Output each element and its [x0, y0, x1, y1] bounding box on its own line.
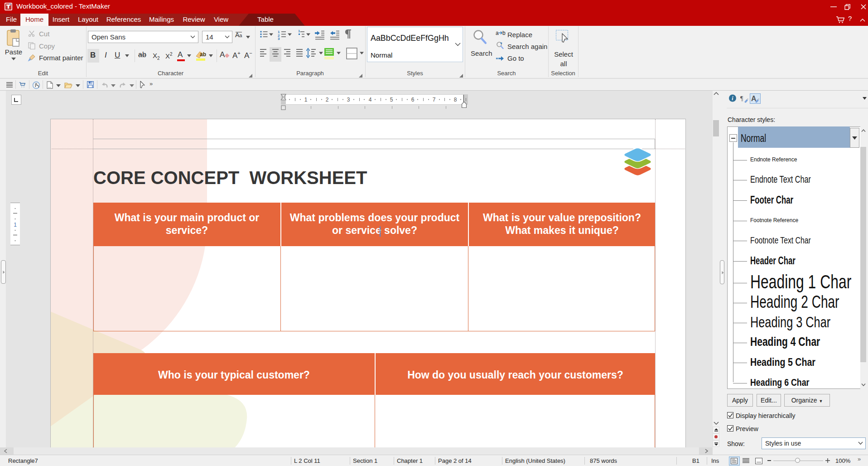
svg-text:8: 8 [454, 97, 457, 103]
svg-text:4: 4 [369, 97, 372, 103]
svg-text:1: 1 [298, 29, 300, 33]
svg-text:1: 1 [304, 97, 308, 103]
svg-text:¶: ¶ [740, 95, 743, 102]
svg-text:ab: ab [200, 51, 206, 58]
svg-text:5: 5 [390, 97, 393, 103]
svg-text:b: b [502, 30, 506, 36]
svg-text:3: 3 [347, 97, 350, 103]
svg-text:2: 2 [326, 97, 329, 103]
svg-text:a: a [496, 30, 499, 36]
svg-text:7: 7 [433, 97, 436, 103]
svg-text:3: 3 [278, 37, 280, 41]
svg-text:A: A [751, 95, 757, 102]
svg-text:6: 6 [411, 97, 415, 103]
svg-text:1: 1 [14, 222, 17, 228]
